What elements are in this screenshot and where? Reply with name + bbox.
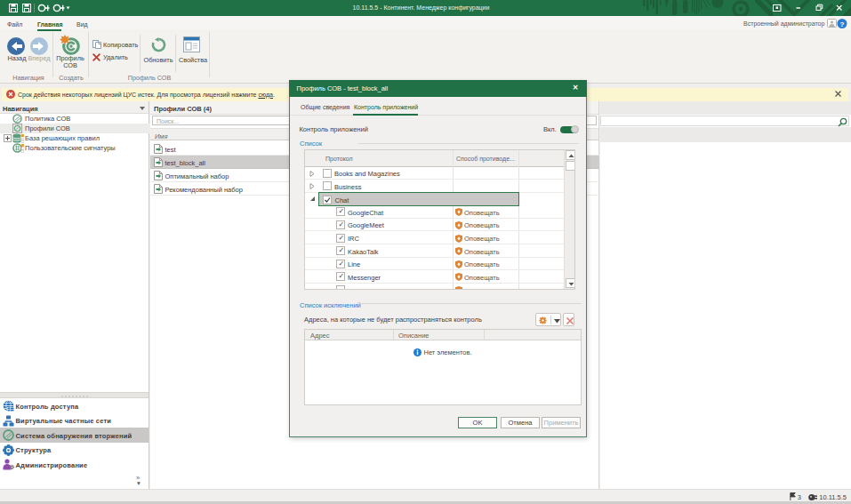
svg-text:?: ? xyxy=(840,20,845,28)
